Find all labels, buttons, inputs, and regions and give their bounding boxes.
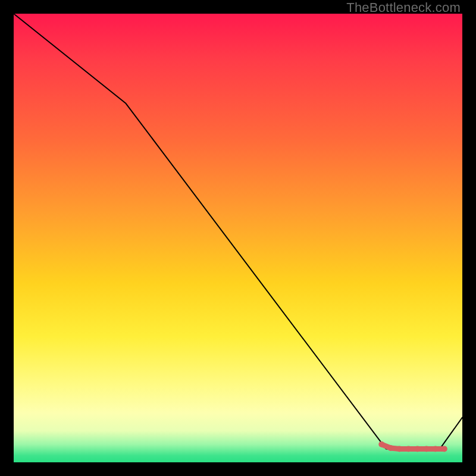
- main-line-path: [14, 14, 462, 449]
- optimal-range-dot: [415, 446, 421, 452]
- optimal-range-dot: [378, 441, 384, 447]
- optimal-range-dot: [387, 445, 393, 451]
- chart-overlay: [14, 14, 462, 462]
- bottleneck-line: [14, 14, 462, 449]
- optimal-range-dot: [424, 446, 430, 452]
- optimal-range-dot: [406, 446, 412, 452]
- optimal-range-dot: [433, 446, 439, 452]
- optimal-range-dot: [441, 446, 447, 452]
- optimal-range-highlight: [378, 441, 447, 452]
- optimal-range-dot: [396, 446, 402, 452]
- chart-frame: TheBottleneck.com: [0, 0, 476, 476]
